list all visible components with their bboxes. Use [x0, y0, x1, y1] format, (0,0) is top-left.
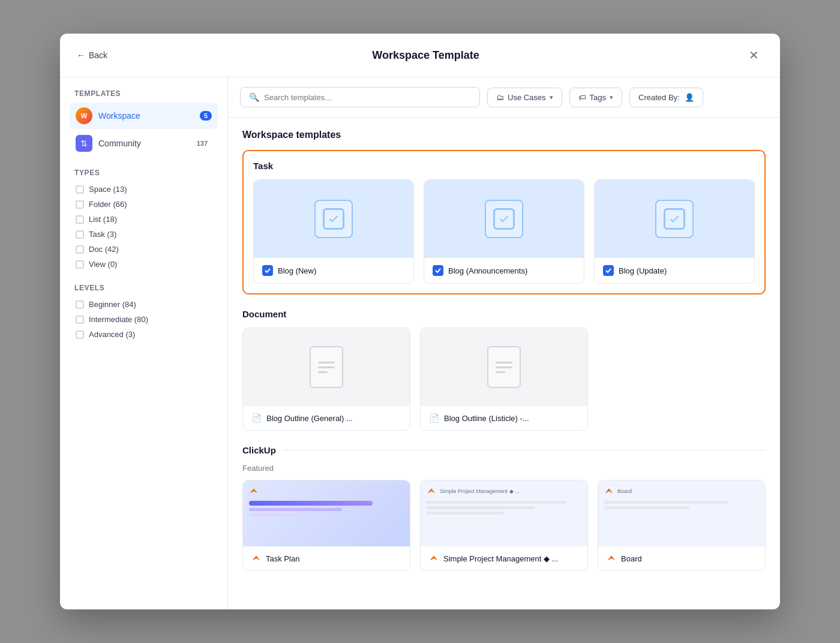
created-by-label: Created By:	[638, 93, 680, 102]
back-button[interactable]: ← Back	[77, 50, 107, 60]
template-card-blog-update[interactable]: Blog (Update)	[594, 179, 755, 284]
card-preview-blog-update	[595, 180, 754, 258]
community-badge: 137	[193, 139, 212, 148]
list-checkbox[interactable]	[76, 215, 84, 224]
community-icon: ⇅	[76, 135, 92, 152]
task-checkbox[interactable]	[76, 230, 84, 239]
type-doc[interactable]: Doc (42)	[70, 242, 218, 257]
task-preview-icon-2	[485, 200, 523, 238]
type-space[interactable]: Space (13)	[70, 182, 218, 197]
card-preview-blog-outline-listicle	[421, 328, 587, 406]
doc-preview-icon-2	[487, 346, 521, 388]
search-icon: 🔍	[249, 92, 259, 102]
view-checkbox[interactable]	[76, 260, 84, 269]
doc-type-icon: 📄	[251, 413, 262, 423]
workspace-templates-heading: Workspace templates	[242, 130, 766, 140]
template-card-blog-outline-listicle[interactable]: 📄 Blog Outline (Listicle) -...	[420, 327, 588, 431]
task-label: Task (3)	[89, 230, 116, 239]
level-advanced[interactable]: Advanced (3)	[70, 327, 218, 342]
folder-checkbox[interactable]	[76, 200, 84, 209]
tags-chevron: ▾	[610, 94, 613, 101]
intermediate-label: Intermediate (80)	[89, 315, 148, 324]
card-footer-blog-outline-general: 📄 Blog Outline (General) ...	[243, 406, 410, 430]
card-footer-blog-outline-listicle: 📄 Blog Outline (Listicle) -...	[421, 406, 587, 430]
clickup-logo-footer-3	[607, 554, 616, 563]
card-name-clickup-2: Simple Project Management ◆ ...	[443, 554, 558, 563]
task-preview-icon-3	[655, 200, 694, 238]
modal: ← Back Workspace Template ✕ Templates W …	[60, 34, 780, 609]
doc-type-icon-2: 📄	[429, 413, 439, 423]
template-card-clickup-3[interactable]: Board	[598, 480, 766, 571]
template-card-blog-announcements[interactable]: Blog (Announcements)	[424, 179, 584, 284]
content-scroll: Workspace templates Task	[228, 118, 780, 609]
card-name-blog-announcements: Blog (Announcements)	[448, 266, 527, 275]
clickup-section-title: ClickUp	[242, 445, 276, 455]
beginner-label: Beginner (84)	[89, 300, 136, 309]
doc-preview-icon	[310, 346, 343, 388]
type-task[interactable]: Task (3)	[70, 227, 218, 242]
back-label: Back	[89, 50, 107, 60]
type-list[interactable]: List (18)	[70, 212, 218, 227]
main-content: 🔍 🗂 Use Cases ▾ 🏷 Tags ▾ Create	[228, 77, 780, 609]
card-preview-blog-announcements	[424, 180, 584, 258]
sidebar-item-community[interactable]: ⇅ Community 137	[70, 130, 218, 157]
use-cases-filter[interactable]: 🗂 Use Cases ▾	[487, 88, 562, 107]
card-footer-blog-announcements: Blog (Announcements)	[424, 258, 584, 283]
card-name-clickup-3: Board	[621, 554, 642, 563]
content-toolbar: 🔍 🗂 Use Cases ▾ 🏷 Tags ▾ Create	[228, 77, 780, 118]
templates-heading: Templates	[70, 89, 218, 98]
doc-label: Doc (42)	[89, 245, 119, 254]
doc-line-5	[496, 366, 512, 368]
clickup-logo-3	[604, 486, 614, 496]
featured-card-preview-1	[243, 480, 410, 546]
doc-lines-2	[496, 362, 512, 373]
card-footer-clickup-1: Task Plan	[243, 546, 410, 570]
doc-line-3	[318, 371, 328, 373]
card-footer-clickup-3: Board	[598, 546, 765, 570]
levels-section: Levels Beginner (84) Intermediate (80) A…	[70, 284, 218, 342]
document-section-title: Document	[242, 309, 766, 319]
type-view[interactable]: View (0)	[70, 257, 218, 272]
created-by-filter[interactable]: Created By: 👤	[629, 88, 703, 107]
workspace-badge: 5	[200, 111, 212, 121]
card-name-clickup-1: Task Plan	[266, 554, 299, 563]
task-section-title: Task	[253, 161, 755, 171]
beginner-checkbox[interactable]	[76, 301, 84, 309]
view-label: View (0)	[89, 260, 117, 269]
type-folder[interactable]: Folder (66)	[70, 197, 218, 212]
template-card-clickup-1[interactable]: Task Plan	[242, 480, 410, 571]
folder-label: Folder (66)	[89, 200, 127, 209]
card-footer-clickup-2: Simple Project Management ◆ ...	[421, 546, 587, 570]
clickup-logo-footer-1	[251, 554, 261, 563]
clickup-logo-2	[427, 486, 436, 496]
template-card-clickup-2[interactable]: Simple Project Management ◆ ...	[420, 480, 588, 571]
sidebar-workspace-label: Workspace	[98, 111, 194, 121]
template-card-blog-new[interactable]: Blog (New)	[253, 179, 414, 284]
card-preview-blog-outline-general	[243, 328, 410, 406]
doc-checkbox[interactable]	[76, 245, 84, 254]
types-section: Types Space (13) Folder (66) List (18)	[70, 169, 218, 272]
tags-icon: 🏷	[578, 93, 586, 102]
tags-filter[interactable]: 🏷 Tags ▾	[569, 88, 622, 107]
space-label: Space (13)	[89, 185, 127, 194]
search-input[interactable]	[264, 93, 471, 102]
clickup-logo-1	[249, 486, 259, 496]
space-checkbox[interactable]	[76, 185, 84, 194]
task-checkbox-icon-2	[493, 208, 515, 230]
intermediate-checkbox[interactable]	[76, 316, 84, 324]
level-intermediate[interactable]: Intermediate (80)	[70, 312, 218, 327]
task-preview-icon	[314, 200, 353, 238]
use-cases-icon: 🗂	[496, 93, 504, 102]
sidebar-item-workspace[interactable]: W Workspace 5	[70, 103, 218, 129]
doc-line-2	[318, 366, 335, 368]
advanced-checkbox[interactable]	[76, 330, 84, 339]
clickup-divider	[283, 450, 766, 450]
level-beginner[interactable]: Beginner (84)	[70, 297, 218, 312]
workspace-avatar: W	[76, 107, 92, 124]
close-button[interactable]: ✕	[744, 46, 763, 65]
card-preview-blog-new	[254, 180, 413, 258]
task-section: Task	[242, 150, 766, 295]
doc-line-1	[318, 362, 335, 363]
task-checkbox-icon	[323, 208, 344, 230]
template-card-blog-outline-general[interactable]: 📄 Blog Outline (General) ...	[242, 327, 410, 431]
